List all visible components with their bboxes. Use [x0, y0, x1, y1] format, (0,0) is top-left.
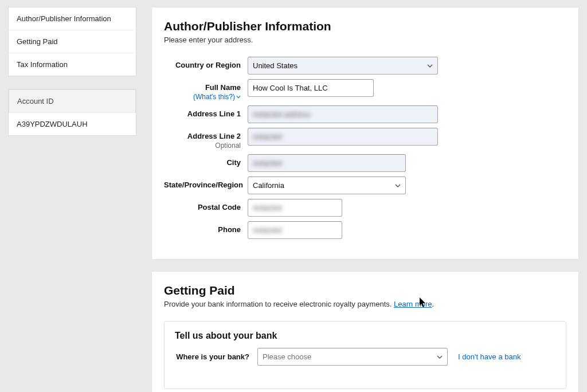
author-info-card: Author/Publisher Information Please ente…	[151, 7, 579, 260]
state-label: State/Province/Region	[164, 177, 248, 189]
chevron-down-icon	[427, 63, 433, 69]
addr2-label: Address Line 2	[187, 132, 241, 140]
bank-location-label: Where is your bank?	[175, 352, 252, 361]
chevron-down-icon	[236, 95, 241, 99]
chevron-down-icon	[395, 183, 401, 189]
city-input[interactable]: redacted	[248, 154, 406, 172]
phone-input[interactable]: redacted	[248, 221, 342, 239]
getting-paid-card: Getting Paid Provide your bank informati…	[151, 271, 579, 392]
postal-label: Postal Code	[164, 199, 248, 211]
learn-more-link[interactable]: Learn more	[394, 300, 432, 308]
city-label: City	[164, 154, 248, 167]
country-label: Country or Region	[164, 57, 248, 69]
addr1-input[interactable]: redacted address	[248, 105, 438, 123]
sidebar-item-tax-info[interactable]: Tax Information	[9, 53, 136, 76]
sidebar-item-author-info[interactable]: Author/Publisher Information	[9, 7, 136, 30]
getting-paid-subtitle: Provide your bank information to receive…	[164, 300, 566, 308]
addr1-label: Address Line 1	[164, 105, 248, 118]
fullname-input[interactable]	[248, 79, 374, 97]
country-select-value: United States	[253, 61, 298, 70]
state-select-value: California	[253, 181, 284, 190]
country-select[interactable]: United States	[248, 57, 438, 75]
account-id-label: Account ID	[9, 89, 136, 113]
state-select[interactable]: California	[248, 177, 406, 194]
account-id-box: Account ID A39YPDZWDULAUH	[8, 89, 136, 136]
addr2-sublabel: Optional	[164, 142, 241, 150]
postal-input[interactable]: redacted	[248, 199, 342, 217]
fullname-label: Full Name	[205, 83, 241, 92]
no-bank-link[interactable]: I don't have a bank	[458, 352, 521, 361]
addr2-input[interactable]: redacted	[248, 128, 438, 146]
account-id-value: A39YPDZWDULAUH	[9, 113, 136, 135]
author-info-subtitle: Please enter your address.	[164, 36, 566, 44]
bank-subcard: Tell us about your bank Where is your ba…	[164, 321, 566, 389]
sidebar-item-getting-paid[interactable]: Getting Paid	[9, 30, 136, 53]
phone-label: Phone	[164, 221, 248, 234]
bank-location-value: Please choose	[263, 352, 311, 361]
author-info-title: Author/Publisher Information	[164, 19, 566, 33]
bank-subcard-title: Tell us about your bank	[175, 331, 555, 341]
bank-location-select[interactable]: Please choose	[257, 348, 448, 366]
fullname-help-link[interactable]: (What's this?)	[193, 93, 241, 101]
getting-paid-title: Getting Paid	[164, 284, 566, 297]
chevron-down-icon	[437, 354, 443, 360]
sidebar-nav: Author/Publisher Information Getting Pai…	[8, 7, 136, 76]
